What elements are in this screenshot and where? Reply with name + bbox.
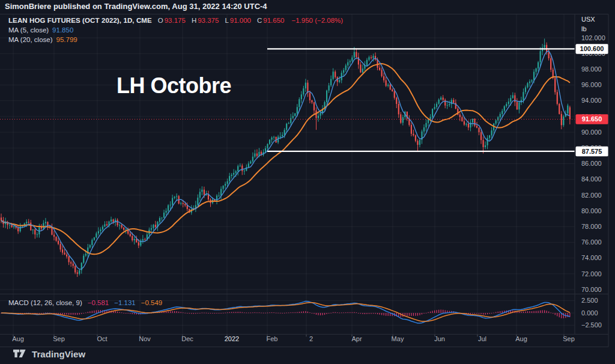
svg-text:0.000: 0.000 <box>581 309 598 317</box>
svg-text:Apr: Apr <box>351 335 362 342</box>
svg-text:86.000: 86.000 <box>581 160 602 167</box>
ma20-label: MA (20, close) <box>8 36 53 43</box>
macd-signal-value: −0.549 <box>141 299 163 306</box>
chart-legend: LEAN HOG FUTURES (OCT 2022), 1D, CME O93… <box>8 16 343 44</box>
axis-unit: lb <box>581 25 587 32</box>
svg-text:102.000: 102.000 <box>581 34 605 41</box>
svg-text:100.600: 100.600 <box>580 45 604 52</box>
time-axis[interactable]: AugSepOctNovDec2022Feb2AprMayJunJulAugSe… <box>12 335 575 343</box>
ma20-line <box>1 64 570 254</box>
level-lines[interactable] <box>0 49 575 151</box>
svg-text:80.000: 80.000 <box>581 207 602 214</box>
ma20-value: 95.799 <box>56 36 77 43</box>
svg-text:72.000: 72.000 <box>581 270 602 278</box>
price-axis[interactable]: USXlb102.000100.00098.00096.00094.00092.… <box>576 16 609 329</box>
svg-text:Dec: Dec <box>181 335 193 342</box>
ma5-row: MA (5, close) 91.850 <box>8 25 343 34</box>
macd-line-value: −1.131 <box>114 299 136 306</box>
svg-text:94.000: 94.000 <box>581 97 602 104</box>
svg-text:Sep: Sep <box>53 335 65 342</box>
svg-text:Jul: Jul <box>478 335 486 342</box>
tradingview-logo-icon[interactable] <box>13 350 28 359</box>
svg-text:−2.500: −2.500 <box>581 321 602 329</box>
macd-histogram <box>1 309 570 318</box>
ma5-value: 91.850 <box>52 26 73 34</box>
macd-legend-row: MACD (12, 26, close, 9) −0.581 −1.131 −0… <box>8 298 162 307</box>
svg-text:Jun: Jun <box>434 335 445 342</box>
svg-text:May: May <box>392 335 404 342</box>
tradingview-wordmark[interactable]: TradingView <box>32 349 85 359</box>
tradingview-published-chart: USXlb102.000100.00098.00096.00094.00092.… <box>0 0 615 364</box>
svg-text:2022: 2022 <box>225 335 239 342</box>
svg-text:Oct: Oct <box>97 335 107 342</box>
ma20-row: MA (20, close) 95.799 <box>8 35 343 44</box>
panel-borders <box>0 14 608 347</box>
axis-currency: USX <box>581 16 595 23</box>
footer-bar: TradingView <box>13 349 85 359</box>
candlestick-series[interactable] <box>1 38 571 277</box>
svg-text:74.000: 74.000 <box>581 254 602 261</box>
macd-label: MACD (12, 26, close, 9) <box>8 299 82 306</box>
svg-text:82.000: 82.000 <box>581 192 602 199</box>
symbol-title: LEAN HOG FUTURES (OCT 2022), 1D, CME <box>8 17 152 24</box>
svg-text:Feb: Feb <box>267 335 278 342</box>
ohlc-high: H93.375 <box>192 17 219 24</box>
symbol-row: LEAN HOG FUTURES (OCT 2022), 1D, CME O93… <box>8 16 343 25</box>
attribution-bar: SimonBriere published on TradingView.com… <box>5 2 267 11</box>
svg-text:78.000: 78.000 <box>581 223 602 230</box>
svg-text:Aug: Aug <box>515 335 527 342</box>
ohlc-low: L91.000 <box>225 17 251 24</box>
ohlc-open: O93.175 <box>158 17 186 24</box>
svg-text:90.000: 90.000 <box>581 129 602 136</box>
ma-overlays <box>1 51 570 270</box>
macd-hist-value: −0.581 <box>88 299 109 306</box>
attribution-text: SimonBriere published on TradingView.com… <box>5 2 267 11</box>
ohlc-close: C91.650 <box>257 17 285 24</box>
ma5-label: MA (5, close) <box>8 26 49 34</box>
chart-canvas[interactable]: USXlb102.000100.00098.00096.00094.00092.… <box>0 0 615 364</box>
svg-text:87.575: 87.575 <box>582 148 602 155</box>
svg-text:Sep: Sep <box>563 335 575 342</box>
change-value: −1.950 (−2.08%) <box>291 17 343 24</box>
svg-text:84.000: 84.000 <box>581 175 602 183</box>
svg-text:70.000: 70.000 <box>581 286 602 293</box>
svg-text:Aug: Aug <box>12 335 24 342</box>
chart-annotation: LH Octobre <box>117 73 231 99</box>
svg-text:76.000: 76.000 <box>581 238 602 246</box>
svg-text:96.000: 96.000 <box>581 81 602 88</box>
svg-text:98.000: 98.000 <box>581 65 602 73</box>
svg-text:2.500: 2.500 <box>581 297 598 304</box>
svg-text:2: 2 <box>309 335 313 342</box>
ma5-line <box>1 51 570 270</box>
svg-text:91.650: 91.650 <box>582 115 602 123</box>
svg-text:Nov: Nov <box>139 335 151 342</box>
grid-lines <box>0 14 575 335</box>
